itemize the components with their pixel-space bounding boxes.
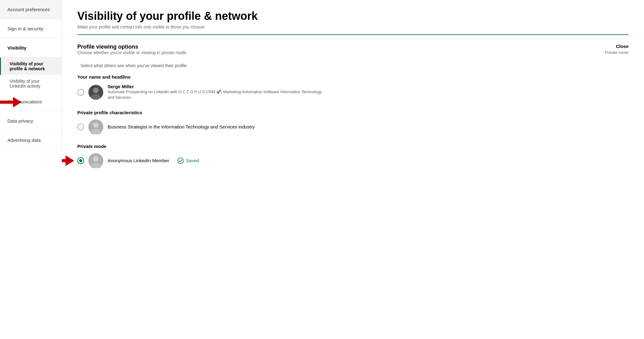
section-title: Profile viewing options — [77, 44, 186, 50]
saved-check-icon — [177, 157, 184, 164]
option-row-private-chars: Business Strategist in the Information T… — [77, 120, 629, 134]
sidebar-subitem-visibility-profile-network[interactable]: Visibility of your profile & network — [0, 58, 62, 75]
svg-point-11 — [178, 158, 183, 163]
option-group-your-name: Your name and headline Serge Miller Auto… — [77, 74, 629, 100]
option-row-private-mode-wrapper: Anonymous LinkedIn Member Saved — [77, 153, 629, 168]
sidebar: Account preferences Sign in & security V… — [0, 0, 62, 150]
red-arrow-private-mode — [62, 153, 74, 168]
option-text-private-mode: Anonymous LinkedIn Member — [108, 158, 169, 163]
sidebar-item-sign-in-security[interactable]: Sign in & security — [0, 19, 62, 38]
page-subtitle: Make your profile and contact info only … — [77, 24, 629, 29]
section-title-block: Profile viewing options Choose whether y… — [77, 44, 186, 61]
sidebar-item-account-preferences[interactable]: Account preferences — [0, 0, 62, 19]
main-content: Visibility of your profile & network Mak… — [62, 0, 644, 339]
select-hint: Select what others see when you've viewe… — [80, 63, 629, 68]
radio-your-name[interactable] — [77, 89, 84, 96]
option-name-your-name: Serge Miller — [108, 84, 324, 89]
sidebar-subitem-visibility-linkedin-activity[interactable]: Visibility of your LinkedIn activity — [0, 75, 62, 92]
option-group-label-private-mode: Private mode — [77, 144, 629, 149]
option-row-your-name: Serge Miller Automate Prospecting on Lin… — [77, 84, 629, 100]
section-subtitle: Choose whether you're visible or viewing… — [77, 50, 186, 55]
svg-point-2 — [93, 88, 99, 93]
sidebar-item-data-privacy[interactable]: Data privacy — [0, 111, 62, 131]
avatar-private-chars — [88, 120, 103, 134]
saved-badge: Saved — [177, 157, 199, 164]
sidebar-subitems-visibility: Visibility of your profile & network Vis… — [0, 58, 62, 92]
option-text-private-chars: Business Strategist in the Information T… — [108, 124, 255, 129]
option-group-private-characteristics: Private profile characteristics Business… — [77, 110, 629, 134]
section-divider — [77, 34, 629, 35]
svg-marker-0 — [0, 97, 22, 107]
option-group-label-your-name: Your name and headline — [77, 74, 629, 80]
close-button[interactable]: Close — [605, 44, 629, 49]
close-subtext: Private mode — [605, 50, 629, 55]
saved-label: Saved — [186, 158, 199, 163]
radio-private-mode[interactable] — [77, 157, 84, 164]
sidebar-item-visibility[interactable]: Visibility — [0, 38, 62, 58]
svg-point-9 — [93, 156, 99, 162]
svg-marker-7 — [62, 155, 74, 166]
option-desc-private-chars: Business Strategist in the Information T… — [108, 124, 255, 129]
option-name-private-mode: Anonymous LinkedIn Member — [108, 158, 169, 163]
sidebar-item-advertising-data[interactable]: Advertising data — [0, 131, 62, 150]
radio-private-chars[interactable] — [77, 124, 84, 130]
avatar-your-name — [88, 85, 103, 100]
section-header: Profile viewing options Choose whether y… — [77, 44, 629, 61]
avatar-private-mode — [88, 153, 103, 168]
option-desc-your-name: Automate Prospecting on LinkedIn with O … — [108, 89, 324, 100]
option-group-label-private-chars: Private profile characteristics — [77, 110, 629, 115]
option-text-your-name: Serge Miller Automate Prospecting on Lin… — [108, 84, 324, 100]
red-arrow-sidebar — [0, 94, 22, 110]
close-area: Close Private mode — [605, 44, 629, 55]
svg-point-5 — [93, 122, 99, 128]
option-group-private-mode: Private mode Anonym — [77, 144, 629, 168]
option-row-private-mode: Anonymous LinkedIn Member Saved — [77, 153, 199, 168]
page-title: Visibility of your profile & network — [77, 9, 629, 23]
